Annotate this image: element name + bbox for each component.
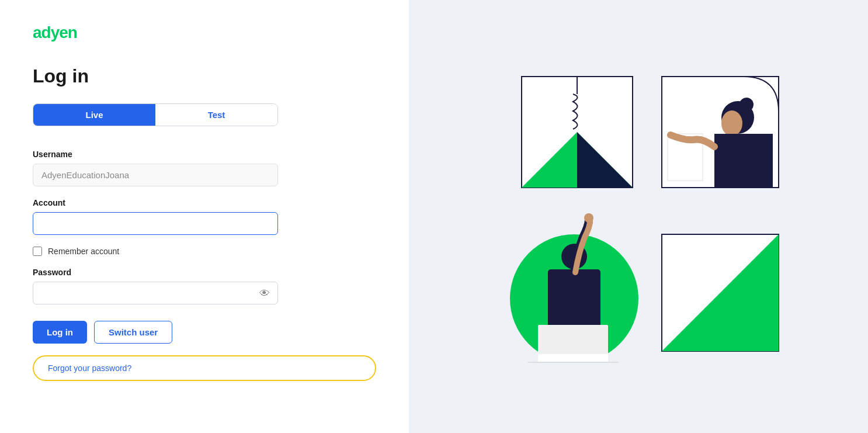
switch-user-button[interactable]: Switch user: [94, 321, 172, 344]
illustration: [487, 71, 790, 363]
password-wrapper: 👁: [33, 282, 278, 304]
logo: adyen: [33, 23, 376, 42]
live-toggle-button[interactable]: Live: [33, 104, 155, 126]
remember-account-row: Remember account: [33, 247, 376, 256]
action-buttons-row: Log in Switch user: [33, 321, 376, 344]
password-input[interactable]: [33, 282, 278, 304]
svg-rect-8: [714, 134, 773, 188]
remember-checkbox[interactable]: [33, 247, 42, 256]
svg-rect-16: [527, 362, 619, 363]
username-input[interactable]: [33, 164, 278, 186]
password-label: Password: [33, 268, 376, 277]
username-label: Username: [33, 150, 278, 159]
remember-label: Remember account: [48, 247, 119, 256]
svg-point-6: [739, 98, 754, 112]
account-group: Account: [33, 198, 278, 235]
page-title: Log in: [33, 65, 376, 87]
account-label: Account: [33, 198, 278, 207]
right-panel: [409, 0, 868, 433]
logo-text: adyen: [33, 23, 77, 41]
test-toggle-button[interactable]: Test: [155, 104, 277, 126]
account-input[interactable]: [33, 212, 278, 235]
svg-rect-15: [538, 325, 608, 354]
forgot-password-link[interactable]: Forgot your password?: [33, 355, 376, 381]
toggle-password-icon[interactable]: 👁: [259, 287, 270, 299]
password-group: Password 👁: [33, 268, 376, 304]
environment-toggle: Live Test: [33, 103, 278, 126]
left-panel: adyen Log in Live Test Username Account …: [0, 0, 409, 433]
username-group: Username: [33, 150, 278, 186]
login-button[interactable]: Log in: [33, 321, 87, 344]
svg-point-7: [721, 110, 742, 136]
